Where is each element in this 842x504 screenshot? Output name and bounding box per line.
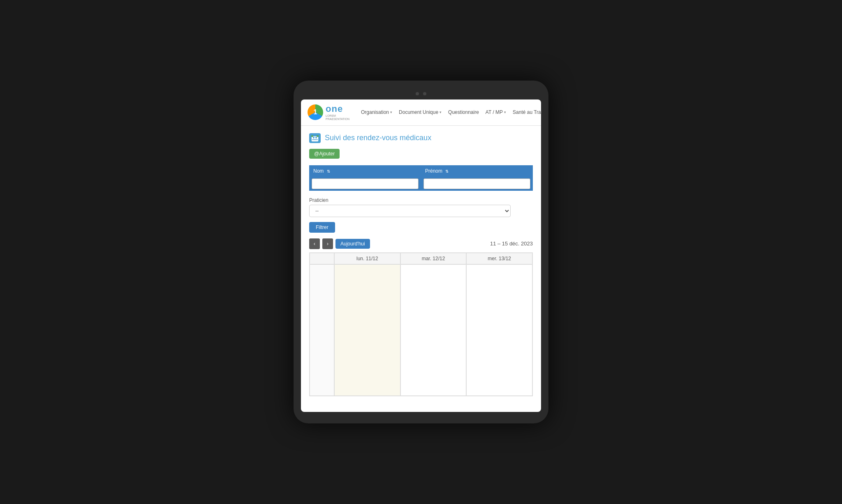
tablet-screen: 1 one LOREM PRAESENTATION Organisation ▾… (301, 99, 541, 412)
day-col-2 (466, 264, 532, 396)
praticien-select[interactable]: -- (309, 205, 511, 217)
chevron-down-icon: ▾ (440, 110, 442, 114)
nav-item-at-mp[interactable]: AT / MP ▾ (486, 109, 506, 115)
page-title-row: Suivi des rendez-vous médicaux (309, 133, 533, 143)
search-table: Nom ⇅ Prénom ⇅ (309, 165, 533, 191)
sort-icon: ⇅ (445, 169, 449, 173)
calendar-grid: lun. 11/12 mar. 12/12 mer. 13/12 (309, 252, 533, 396)
logo-text: one (326, 104, 350, 114)
nom-input[interactable] (312, 178, 419, 189)
tablet-camera (301, 92, 541, 95)
chevron-down-icon: ▾ (504, 110, 506, 114)
nav-item-document-unique[interactable]: Document Unique ▾ (399, 109, 442, 115)
camera-dot-1 (416, 92, 419, 95)
praticien-group: Praticien -- (309, 197, 533, 217)
nom-cell (309, 177, 421, 191)
svg-point-2 (315, 137, 317, 139)
svg-point-1 (313, 137, 315, 139)
svg-rect-3 (312, 139, 318, 140)
camera-dot-2 (423, 92, 426, 95)
cal-nav-left: ‹ › Aujourd'hui (309, 238, 370, 249)
chevron-down-icon: ▾ (390, 110, 392, 114)
today-button[interactable]: Aujourd'hui (335, 239, 370, 249)
medical-icon (309, 133, 321, 143)
filter-button[interactable]: Filtrer (309, 222, 335, 233)
date-range: 11 – 15 déc. 2023 (490, 240, 533, 247)
main-content: Suivi des rendez-vous médicaux @Ajouter … (301, 126, 541, 404)
nav-menu: Organisation ▾ Document Unique ▾ Questio… (361, 109, 541, 115)
prev-button[interactable]: ‹ (309, 238, 320, 249)
day-header-1: mar. 12/12 (400, 253, 467, 264)
logo-area: 1 one LOREM PRAESENTATION (308, 104, 353, 121)
nav-item-organisation[interactable]: Organisation ▾ (361, 109, 392, 115)
svg-rect-0 (312, 136, 318, 141)
svg-rect-4 (311, 135, 313, 137)
prenom-input[interactable] (423, 178, 530, 189)
time-column (310, 264, 334, 396)
nav-item-sante-travail[interactable]: Santé au Travail ▾ (513, 109, 541, 115)
tablet-frame: 1 one LOREM PRAESENTATION Organisation ▾… (294, 81, 548, 423)
add-button[interactable]: @Ajouter (309, 149, 340, 159)
day-col-0 (334, 264, 400, 396)
next-button[interactable]: › (322, 238, 333, 249)
nav-item-questionnaire[interactable]: Questionnaire (448, 109, 479, 115)
prenom-cell (421, 177, 533, 191)
praticien-label: Praticien (309, 197, 533, 203)
time-header (310, 253, 334, 264)
logo-icon: 1 (308, 104, 323, 120)
day-col-1 (400, 264, 467, 396)
navbar: 1 one LOREM PRAESENTATION Organisation ▾… (301, 99, 541, 126)
day-header-0: lun. 11/12 (334, 253, 400, 264)
page-title: Suivi des rendez-vous médicaux (325, 134, 431, 142)
calendar-nav: ‹ › Aujourd'hui 11 – 15 déc. 2023 (309, 238, 533, 249)
svg-rect-5 (317, 135, 319, 137)
prenom-header: Prénom ⇅ (421, 165, 533, 177)
logo-subtitle: LOREM PRAESENTATION (326, 114, 350, 121)
day-header-2: mer. 13/12 (466, 253, 532, 264)
nom-header: Nom ⇅ (309, 165, 421, 177)
sort-icon: ⇅ (327, 169, 330, 173)
